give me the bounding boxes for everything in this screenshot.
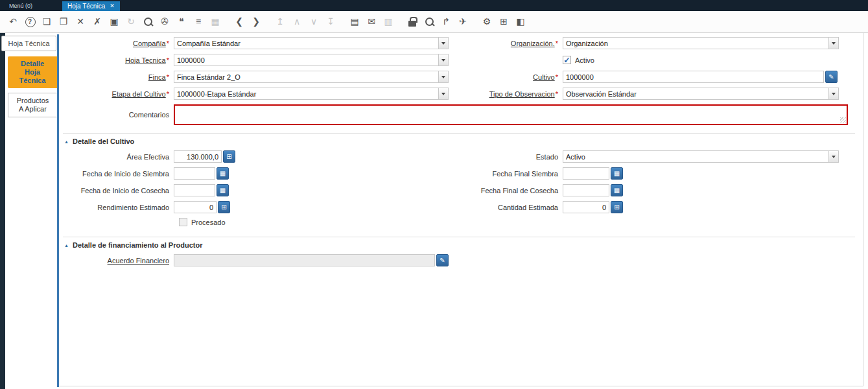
- chevron-down-icon[interactable]: [438, 88, 448, 99]
- tipo-observacion-label-text[interactable]: Tipo de Observacion: [489, 90, 555, 98]
- field-label-tipo-observacion: Tipo de Observacion*: [449, 90, 563, 98]
- rendimiento-estimado-value: 0: [208, 204, 216, 211]
- tab-hoja-tecnica[interactable]: Hoja Técnica: [1, 36, 56, 51]
- cultivo-value: 1000000: [563, 73, 604, 81]
- field-label-fecha-inicio-cosecha: Fecha de Inicio de Cosecha: [59, 187, 174, 194]
- close-tab-icon[interactable]: ✕: [110, 3, 115, 9]
- cultivo-field[interactable]: 1000000: [563, 71, 824, 83]
- resize-handle-icon[interactable]: [840, 117, 846, 123]
- form-row: Procesado: [59, 218, 863, 226]
- collapse-icon[interactable]: ▲: [64, 243, 69, 248]
- cantidad-estimada-field[interactable]: 0: [563, 201, 609, 213]
- attachment-icon[interactable]: ✇: [158, 13, 172, 30]
- required-mark: *: [556, 73, 558, 81]
- tab-detalle-hoja-tecnica[interactable]: Detalle Hoja Técnica: [8, 56, 57, 88]
- fecha-inicio-siembra-calendar-button[interactable]: ▦: [217, 167, 229, 180]
- next-record-icon: ∨: [307, 13, 321, 30]
- lock-icon[interactable]: [405, 13, 419, 30]
- delete-selection-icon[interactable]: ✗: [90, 13, 104, 30]
- required-mark: *: [556, 40, 558, 47]
- grid-toggle-icon[interactable]: ≡: [191, 13, 205, 30]
- field-label-cantidad-estimada: Cantidad Estimada: [449, 204, 563, 211]
- request-icon[interactable]: ✈: [456, 13, 470, 30]
- chat-icon[interactable]: ❝: [174, 13, 189, 30]
- menu-tab[interactable]: Menú (0): [0, 0, 40, 11]
- area-efectiva-cell: 130.000,0 ⊞: [174, 150, 449, 163]
- etapa-cultivo-label-text[interactable]: Etapa del Cultivo: [112, 90, 166, 98]
- copy-record-icon[interactable]: ❐: [56, 13, 71, 30]
- field-label-organizacion: Organización.*: [449, 40, 563, 47]
- save-icon[interactable]: ▣: [107, 13, 121, 30]
- parent-record-icon[interactable]: ❮: [232, 13, 246, 30]
- rendimiento-estimado-calculator-button[interactable]: ⊞: [218, 201, 230, 213]
- section-header-financiamiento[interactable]: ▲ Detalle de financiamiento al Productor: [59, 239, 863, 251]
- field-label-rendimiento-estimado: Rendimiento Estimado: [59, 204, 174, 211]
- field-label-estado: Estado: [449, 153, 563, 161]
- chevron-down-icon[interactable]: [828, 151, 838, 162]
- required-mark: *: [167, 73, 169, 81]
- collapse-icon[interactable]: ▲: [64, 139, 69, 144]
- new-record-icon[interactable]: ❏: [40, 13, 54, 30]
- etapa-cultivo-field[interactable]: 1000000-Etapa Estándar: [174, 88, 449, 100]
- cantidad-estimada-calculator-button[interactable]: ⊞: [611, 201, 623, 213]
- help-icon[interactable]: ?: [23, 13, 37, 30]
- find-icon[interactable]: [141, 13, 155, 30]
- toolbar: ↶?❏❐✕✗▣↻✇❝≡▦❮❯↥∧∨↧▤✉▥↱✈⚙⊞◧: [0, 11, 868, 33]
- archive-icon[interactable]: ✉: [364, 13, 379, 30]
- section-header-detalle-cultivo[interactable]: ▲ Detalle del Cultivo: [59, 136, 863, 147]
- zoom-across-icon[interactable]: [422, 13, 436, 30]
- product-info-icon[interactable]: ⊞: [497, 13, 511, 30]
- cultivo-label-text[interactable]: Cultivo: [533, 73, 555, 81]
- compania-label-text[interactable]: Compañía: [133, 40, 166, 47]
- form-row: Fecha de Inicio de Siembra ▦ Fecha Final…: [59, 167, 863, 180]
- required-mark: *: [167, 90, 169, 98]
- detail-record-icon[interactable]: ❯: [249, 13, 263, 30]
- finca-field[interactable]: Finca Estándar 2_O: [174, 71, 449, 83]
- organizacion-field[interactable]: Organización: [563, 37, 839, 49]
- estado-field[interactable]: Activo: [563, 150, 839, 163]
- delete-record-icon[interactable]: ✕: [73, 13, 88, 30]
- chevron-down-icon[interactable]: [828, 88, 838, 99]
- preference-icon[interactable]: ⚙: [480, 13, 494, 30]
- report-window-icon[interactable]: ◧: [513, 13, 528, 30]
- finca-value: Finca Estándar 2_O: [174, 73, 251, 81]
- chevron-down-icon[interactable]: [828, 38, 838, 49]
- tipo-observacion-field[interactable]: Observación Estándar: [563, 88, 839, 100]
- fecha-inicio-cosecha-calendar-button[interactable]: ▦: [217, 184, 229, 196]
- acuerdo-financiero-label-text[interactable]: Acuerdo Financiero: [108, 257, 169, 265]
- sidebar-edge: [0, 33, 5, 389]
- undo-icon[interactable]: ↶: [6, 13, 20, 30]
- fecha-inicio-siembra-field[interactable]: [174, 167, 215, 180]
- acuerdo-financiero-record-button[interactable]: ✎: [436, 254, 449, 266]
- required-mark: *: [167, 40, 169, 47]
- area-efectiva-calculator-button[interactable]: ⊞: [223, 150, 235, 163]
- fecha-final-cosecha-calendar-button[interactable]: ▦: [611, 184, 623, 196]
- comentarios-textarea[interactable]: [174, 104, 848, 125]
- field-label-comentarios: Comentarios: [59, 111, 174, 119]
- refresh-icon: ↻: [124, 13, 138, 30]
- workflow-icon[interactable]: ↱: [439, 13, 453, 30]
- organizacion-label-text[interactable]: Organización.: [511, 40, 555, 47]
- form-row: Etapa del Cultivo* 1000000-Etapa Estánda…: [59, 88, 863, 100]
- fecha-final-siembra-calendar-button[interactable]: ▦: [611, 167, 623, 180]
- fecha-final-cosecha-field[interactable]: [563, 184, 609, 196]
- rendimiento-estimado-field[interactable]: 0: [174, 201, 217, 213]
- acuerdo-financiero-field: [174, 254, 435, 266]
- cultivo-record-button[interactable]: ✎: [825, 71, 838, 83]
- procesado-checkbox[interactable]: [179, 218, 187, 226]
- chevron-down-icon[interactable]: [438, 38, 448, 49]
- report-icon[interactable]: ▤: [347, 13, 362, 30]
- hoja-tecnica-field[interactable]: 1000000: [174, 54, 449, 66]
- tab-productos-a-aplicar[interactable]: Productos A Aplicar: [8, 93, 57, 117]
- area-efectiva-field[interactable]: 130.000,0: [174, 150, 222, 163]
- activo-checkbox[interactable]: ✓: [563, 56, 571, 64]
- compania-field[interactable]: Compañía Estándar: [174, 37, 449, 49]
- form-row: Compañía* Compañía Estándar Organización…: [59, 37, 863, 49]
- fecha-inicio-cosecha-field[interactable]: [174, 184, 215, 196]
- active-window-tab[interactable]: Hoja Técnica ✕: [62, 1, 120, 11]
- hoja-tecnica-label-text[interactable]: Hoja Tecnica: [125, 56, 166, 64]
- fecha-final-siembra-field[interactable]: [563, 167, 609, 180]
- finca-label-text[interactable]: Finca: [148, 73, 166, 81]
- chevron-down-icon[interactable]: [438, 54, 448, 65]
- chevron-down-icon[interactable]: [438, 71, 448, 82]
